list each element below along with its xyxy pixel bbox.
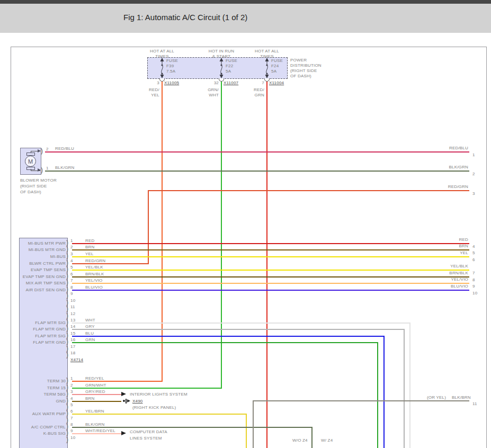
interior-lights-note: INTERIOR LIGHTS SYSTEM (130, 392, 188, 397)
module-pin-label: AIR DIST SEN GND (21, 288, 66, 293)
connector-link[interactable]: X11007 (224, 80, 238, 86)
row-number: 6 (472, 257, 475, 263)
module-pin-label: GND (21, 399, 66, 404)
wire-red-grn (148, 190, 149, 264)
wiring-diagram-viewer: Fig 1: Automatic A/C Circuit (1 of 2) PO… (0, 0, 491, 448)
module-pin-label: TERM 58G (21, 392, 66, 397)
hot-label: HOT AT ALL (255, 49, 279, 54)
title-bar: Fig 1: Automatic A/C Circuit (1 of 2) (0, 0, 491, 33)
wire-red-blu (45, 151, 469, 153)
wire-label: RED/GRN (415, 184, 468, 190)
connector-link[interactable]: X490 (132, 399, 142, 404)
wire-label: RED/BLU (415, 146, 468, 151)
wire-label: BLK/GRN (415, 165, 468, 170)
fuse-symbol (264, 57, 270, 78)
motor-letter: M (28, 158, 33, 165)
row-number: 5 (472, 250, 475, 256)
module-pin-label: FLAP MTR GND (21, 327, 66, 332)
fuse-pin-number: 32 (205, 80, 219, 86)
wire-blk-brn (253, 400, 254, 448)
pin-number: 10 (70, 298, 75, 303)
row-number: 8 (472, 277, 475, 283)
connector-link[interactable]: X11004 (269, 80, 284, 86)
pin-socket: ) (41, 167, 43, 173)
wire-red-grn-feed (266, 82, 267, 448)
module-pin-label: AUX WATR PMP (21, 411, 66, 417)
pin-number: 18 (70, 351, 75, 356)
fuse-id: F39 (166, 64, 174, 69)
wire-label: BRN (415, 244, 468, 249)
wire-red-grn (148, 190, 469, 191)
module-pin-label: FLAP MTR GND (21, 340, 66, 345)
wire-label: BLU/VIO (415, 284, 468, 289)
module-pin-label: EVAP TMP SENS (21, 267, 66, 273)
wire-label: YEL (415, 250, 468, 256)
w-z4-label: W/ Z4 (321, 438, 333, 443)
hot-label: HOT AT ALL (150, 49, 174, 54)
module-pin-label: K-BUS SIG (21, 431, 66, 436)
wire-label: BRN/BLK (415, 271, 468, 276)
kick-panel-note: (RIGHT KICK PANEL) (132, 405, 176, 410)
figure-title: Fig 1: Automatic A/C Circuit (1 of 2) (123, 13, 247, 22)
fuse-rating: 7.5A (166, 69, 175, 74)
pin-number: 1 (70, 376, 73, 381)
wo-z4-label: W/O Z4 (292, 438, 308, 443)
blower-motor-label: BLOWER MOTOR (20, 178, 57, 183)
pin-number: 17 (70, 344, 75, 350)
pin-number: 9 (70, 291, 73, 297)
module-pin-label: EVAP TMP SEN GND (21, 274, 66, 280)
wire-red-grn (72, 263, 149, 264)
wire-label: BLK/BRN (452, 395, 471, 400)
motor-terminal (26, 167, 35, 170)
pin-socket: ) (41, 148, 43, 154)
module-pin-label: FLAP MTR SIG (21, 334, 66, 339)
wire-label: BLK/GRN (55, 165, 75, 171)
pin-number: 10 (70, 435, 75, 441)
module-pin-label: MI-BUS MTR GND (21, 247, 66, 253)
hot-label: HOT IN RUN (209, 49, 235, 54)
wire-label: RED/YEL (85, 376, 104, 381)
motor-icon: M (25, 156, 36, 167)
connector-link[interactable]: X11005 (164, 80, 179, 86)
fuse-symbol (159, 57, 165, 78)
wire-label: GRN/WHT (85, 383, 106, 388)
row-number: 10 (472, 291, 477, 296)
row-number: 9 (472, 284, 475, 289)
computer-data-note: COMPUTER DATA (130, 429, 167, 435)
fuse-symbol (218, 57, 225, 78)
pin-number: 5 (70, 402, 73, 408)
module-pin-label: BLWR CTRL PWR (21, 261, 66, 266)
wire-blk-grn (45, 171, 469, 172)
wire-label: RED/GRN (85, 258, 105, 264)
row-number: 2 (472, 172, 475, 177)
row-number: 11 (472, 401, 477, 407)
module-pin-label: FLAP MTR SIG (21, 320, 66, 326)
diagram-frame: POWER DISTRIBUTION (RIGHT SIDE OF DASH) … (11, 47, 487, 448)
fuse-pin-number: 3 (146, 80, 159, 86)
pin-number: 11 (70, 304, 75, 310)
module-pin-label: MI-BUS MTR PWR (21, 241, 66, 246)
module-pin-label: TERM 15 (21, 386, 66, 391)
wire-blk-brn (254, 400, 469, 401)
pin-number: 2 (70, 383, 73, 388)
offpage-arrow-icon (121, 392, 126, 396)
wire-label: RED/BLU (55, 146, 74, 151)
module-pin-label: MIX AIR TMP SENS (21, 281, 66, 286)
pin-number: 12 (70, 311, 75, 317)
fuse-rating: 5A (226, 69, 231, 74)
fuse-id: F22 (226, 64, 233, 69)
row-number: 1 (472, 153, 475, 158)
module-pin-label: A/C COMP CTRL (21, 425, 66, 430)
pin-number: 4 (70, 258, 73, 264)
row-number: 4 (472, 244, 475, 249)
fuse-rating: 5A (271, 69, 276, 74)
pin-number: 7 (70, 416, 73, 421)
wire-label: RED (415, 237, 468, 243)
module-pin-label: MI-BUS (21, 254, 66, 259)
module-pin-label: TERM 30 (21, 379, 66, 384)
wire-option-label: (OR YEL) (427, 395, 446, 400)
row-number: 3 (472, 191, 475, 196)
ground-connector-icon (123, 400, 125, 402)
fuse-id: F24 (271, 64, 279, 69)
connector-link[interactable]: X4714 (70, 357, 83, 363)
